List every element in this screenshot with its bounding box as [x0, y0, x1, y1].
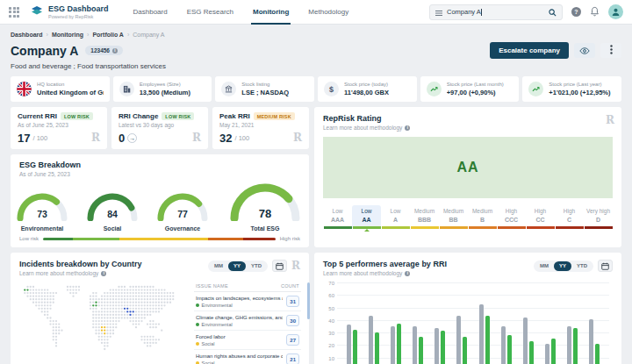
scale-grade-label: C [555, 217, 584, 223]
info-cards-row: HQ locationUnited Kingdom of Great...Emp… [11, 76, 621, 102]
esg-breakdown-date: As of June 25, 2023 [19, 171, 300, 177]
bar-portfolio-average [391, 326, 395, 364]
scale-grade-label: A [381, 217, 410, 223]
scale-color-bar [382, 226, 410, 229]
risk-badge: LOW RISK [162, 112, 194, 120]
rating-scale-c[interactable]: HighC [555, 205, 584, 229]
breadcrumb-item-portfolio-a[interactable]: Portfolio A [92, 32, 124, 38]
rri-card-rri-change[interactable]: RRI ChangeLOW RISKLatest vs 30 days ago0… [111, 107, 208, 149]
bar-group-3[interactable] [391, 324, 401, 364]
rating-scale-ccc[interactable]: HighCCC [497, 205, 526, 229]
table-row[interactable]: Impacts on landscapes, ecosystems an...E… [194, 292, 301, 311]
more-options-button[interactable] [600, 43, 621, 58]
scale-risk-label: Very high [584, 208, 613, 214]
bar-group-8[interactable] [501, 326, 512, 364]
bar-group-5[interactable] [434, 328, 445, 364]
user-avatar[interactable] [608, 4, 623, 19]
rating-scale-aaa[interactable]: LowAAA [323, 205, 352, 229]
rating-scale-bbb[interactable]: MediumBBB [410, 205, 439, 229]
text-cursor [481, 9, 482, 16]
breadcrumb-item-monitoring[interactable]: Monitoring [52, 32, 83, 38]
search-icon[interactable] [549, 4, 557, 20]
toggle-ytd[interactable]: YTD [246, 261, 267, 271]
rri-card-peak-rri[interactable]: Peak RRIMEDIUM RISKMay 21, 202132/ 100R [212, 107, 309, 149]
nav-item-methodology[interactable]: Methodology [308, 0, 348, 25]
app-logo[interactable]: ESG Dashboard Powered by RepRisk [30, 4, 109, 20]
bar-portfolio-average [479, 304, 484, 364]
count-badge: 31 [286, 296, 299, 307]
toggle-ytd[interactable]: YTD [571, 261, 592, 271]
scale-color-bar [411, 226, 439, 229]
bar-group-12[interactable] [589, 319, 600, 364]
bar-group-10[interactable] [545, 339, 556, 364]
bar-group-9[interactable] [523, 318, 534, 364]
bar-group-4[interactable] [413, 326, 423, 364]
learn-more-link[interactable]: Learn more about methodologyi [19, 270, 142, 276]
app-grid-icon[interactable] [9, 7, 19, 18]
escalate-company-button[interactable]: Escalate company [490, 42, 569, 59]
nav-item-esg-research[interactable]: ESG Research [187, 0, 233, 25]
toggle-mm[interactable]: MM [209, 261, 228, 271]
toggle-yy[interactable]: YY [554, 261, 571, 271]
nav-item-monitoring[interactable]: Monitoring [253, 0, 289, 25]
bar-group-2[interactable] [369, 316, 379, 364]
kebab-icon [610, 44, 613, 57]
info-card-stock-price-last-month-[interactable]: Stock price (Last month)+97,00 (+0,90%) [420, 76, 520, 102]
info-card-stock-price-today-[interactable]: $Stock price (today)11'498,00 GBX [318, 76, 417, 102]
info-card-employees-size-[interactable]: Employees (Size)13,500 (Medium) [113, 76, 212, 102]
rating-scale-a[interactable]: LowA [381, 205, 410, 229]
performers-period-toggle: MMYYYTD [534, 261, 593, 272]
bar-group-11[interactable] [567, 326, 578, 364]
table-row[interactable]: Forced laborSocial27 [194, 331, 301, 350]
risk-badge: LOW RISK [61, 112, 93, 120]
current-rating-grade: AA [456, 160, 478, 175]
rating-scale-b[interactable]: MediumB [468, 205, 497, 229]
bar-group-7[interactable] [479, 304, 490, 364]
bar-group-1[interactable] [347, 325, 357, 364]
bank-icon [221, 82, 236, 96]
svg-text:84: 84 [107, 209, 118, 219]
bar-group-6[interactable] [456, 316, 467, 364]
rating-scale-cc[interactable]: HighCC [526, 205, 555, 229]
info-card-hq-location[interactable]: HQ locationUnited Kingdom of Great... [11, 76, 110, 102]
bell-icon[interactable] [590, 4, 600, 20]
chevron-right-icon: › [127, 32, 129, 38]
y-axis-tick: 60 [324, 293, 334, 298]
esg-breakdown-title: ESG Breakdown [19, 161, 300, 169]
watch-button[interactable] [574, 43, 595, 58]
learn-more-link[interactable]: Learn more about methodologyi [323, 125, 613, 131]
company-id-badge[interactable]: 123456 i [85, 46, 123, 55]
logo-subtitle: Powered by RepRisk [48, 14, 109, 19]
scale-risk-label: High [526, 208, 555, 214]
category-dot [196, 323, 199, 326]
toggle-mm[interactable]: MM [535, 261, 554, 271]
rating-scale-d[interactable]: Very highD [584, 205, 613, 229]
breadcrumb-item-dashboard[interactable]: Dashboard [11, 32, 43, 38]
bar-top-5-performers [441, 331, 445, 364]
issue-category: Social [196, 360, 283, 364]
info-card-stock-listing[interactable]: Stock listingLSE ; NASDAQ [215, 76, 314, 102]
calendar-button[interactable] [272, 260, 287, 272]
company-search[interactable]: Company A [429, 4, 563, 20]
info-card-label: Employees (Size) [140, 82, 190, 87]
table-row[interactable]: Human rights abuses and corporate co...S… [194, 350, 301, 364]
info-card-value: LSE ; NASDAQ [241, 89, 289, 96]
category-dot [196, 342, 199, 346]
scale-risk-label: Medium [468, 208, 497, 214]
info-card-stock-price-last-year-[interactable]: Stock price (Last year)+1'021,00 (+12,95… [522, 76, 621, 102]
scale-color-bar [556, 226, 584, 229]
calendar-button[interactable] [598, 260, 613, 272]
rating-scale-aa[interactable]: LowAA [352, 205, 381, 229]
help-icon[interactable]: ? [571, 7, 581, 17]
toggle-yy[interactable]: YY [228, 261, 246, 271]
nav-item-dashboard[interactable]: Dashboard [133, 0, 168, 25]
rri-card-current-rri[interactable]: Current RRILOW RISKAs of June 25, 202317… [11, 107, 107, 149]
rating-scale-bb[interactable]: MediumBB [439, 205, 468, 229]
breadcrumb-item-company-a: Company A [133, 32, 164, 38]
issue-category: Social [196, 341, 283, 346]
scale-grade-label: AAA [323, 217, 352, 223]
table-row[interactable]: Climate change, GHG emissions, and gl...… [194, 311, 301, 331]
learn-more-link[interactable]: Learn more about methodologyi [323, 270, 447, 276]
search-input[interactable]: Company A [447, 8, 544, 16]
hamburger-icon[interactable] [435, 4, 442, 20]
